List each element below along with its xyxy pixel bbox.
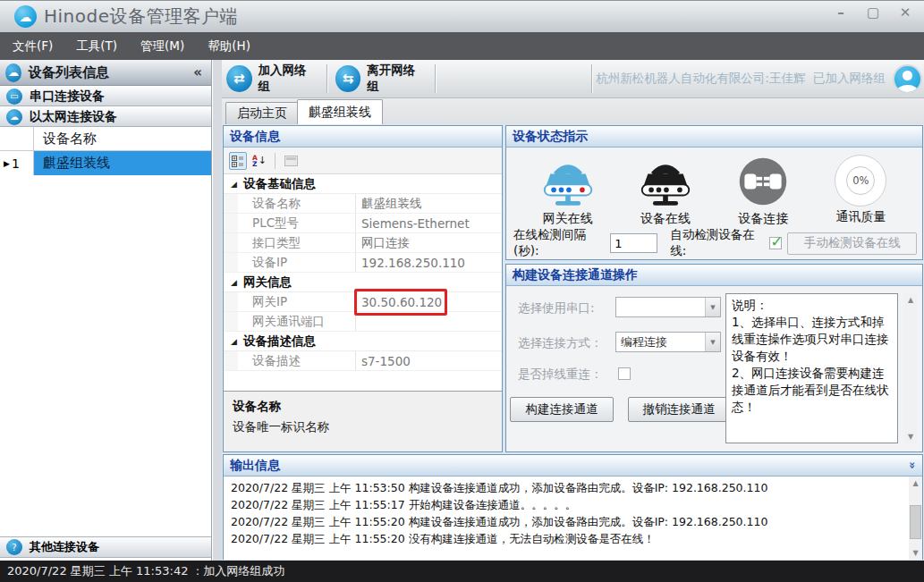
join-network-button[interactable]: ⇄ 加入网络组 <box>222 60 323 97</box>
row-number-cell: ▶ 1 <box>0 151 34 175</box>
property-row-device-description[interactable]: 设备描述 s7-1500 <box>224 351 502 371</box>
property-row-interface-type[interactable]: 接口类型 网口连接 <box>224 233 502 253</box>
leave-network-button[interactable]: ⇆ 离开网络组 <box>331 60 432 97</box>
device-info-title: 设备信息 <box>230 129 280 145</box>
build-channel-button[interactable]: 构建连接通道 <box>510 397 614 422</box>
output-panel: 输出信息 » 2020/7/22 星期三 上午 11:53:50 构建设备连接通… <box>223 454 923 560</box>
tab-strip: 启动主页 麒盛组装线 <box>222 98 924 124</box>
property-grid-toolbar: AZ ↓ <box>224 148 502 174</box>
sidebar-collapse-button[interactable]: « <box>193 64 202 80</box>
property-row-device-name[interactable]: 设备名称 麒盛组装线 <box>224 194 502 214</box>
tab-device[interactable]: 麒盛组装线 <box>297 99 383 124</box>
property-row-plc-model[interactable]: PLC型号 Siemens-Ethernet <box>224 214 502 233</box>
serial-select-value <box>616 298 705 316</box>
reconnect-checkbox[interactable] <box>618 367 631 380</box>
property-help-box: 设备名称 设备唯一标识名称 <box>224 391 502 451</box>
device-row-selected[interactable]: ▶ 1 麒盛组装线 <box>0 151 211 175</box>
revoke-channel-button[interactable]: 撤销连接通道 <box>628 397 730 422</box>
window-controls: – ▢ ✕ <box>831 4 920 21</box>
user-network-status: 杭州新松机器人自动化有限公司:王佳辉 已加入网络组 <box>596 71 886 87</box>
log-line: 2020/7/22 星期三 上午 11:55:20 没有构建连接通道，无法自动检… <box>231 530 915 547</box>
property-pages-icon[interactable] <box>282 152 300 170</box>
output-scrollbar[interactable]: ▲ ▼ <box>909 477 922 560</box>
scroll-up-icon[interactable]: ▲ <box>908 293 913 307</box>
indicator-gateway-online: 网关在线 <box>523 155 613 227</box>
categorized-view-icon[interactable] <box>229 152 247 170</box>
expand-triangle-icon: ◢ <box>231 180 237 189</box>
dropdown-arrow-icon[interactable]: ▼ <box>705 333 720 351</box>
sidebar-group-ethernet[interactable]: ☁ 以太网连接设备 <box>0 106 211 127</box>
output-collapse-icon[interactable]: » <box>905 461 919 468</box>
join-network-icon: ⇄ <box>226 65 252 92</box>
comm-quality-value: 0% <box>846 166 875 195</box>
alphabetical-sort-icon[interactable]: AZ ↓ <box>250 152 268 170</box>
category-label: 设备描述信息 <box>243 333 316 350</box>
help-text: 设备唯一标识名称 <box>233 419 329 434</box>
scroll-down-icon[interactable]: ▼ <box>909 546 922 560</box>
app-logo-icon: ☁ <box>14 5 37 28</box>
sidebar-group-serial[interactable]: ▭ 串口连接设备 <box>0 86 211 106</box>
user-avatar-icon[interactable] <box>893 64 922 94</box>
maximize-button[interactable]: ▢ <box>863 4 883 21</box>
menu-item-file[interactable]: 文件(F) <box>13 38 53 55</box>
interval-input[interactable] <box>610 233 657 253</box>
cloud-icon: ☁ <box>20 10 32 24</box>
note-line: 2、网口连接设备需要构建连接通道后才能看到是否在线状态！ <box>732 365 892 416</box>
leave-network-icon: ⇆ <box>335 65 361 92</box>
category-gateway[interactable]: ◢ 网关信息 <box>224 273 502 292</box>
device-table: 设备名称 ▶ 1 麒盛组装线 <box>0 127 211 175</box>
property-row-gateway-port[interactable]: 网关通讯端口 <box>224 312 502 332</box>
category-label: 网关信息 <box>243 274 292 291</box>
manual-detect-button[interactable]: 手动检测设备在线 <box>787 232 917 255</box>
menu-item-tools[interactable]: 工具(T) <box>76 38 117 55</box>
scrollbar-thumb[interactable] <box>910 505 921 539</box>
device-status-panel: 设备状态指示 <box>505 125 923 260</box>
channel-operations-panel: 构建设备连接通道操作 选择使用串口: ▼ 选择连接方式： 编程连接 ▼ 是否掉线… <box>505 264 923 452</box>
menu-item-help[interactable]: 帮助(H) <box>208 38 250 55</box>
gateway-online-icon <box>541 155 595 208</box>
instruction-note-box: 说明： 1、选择串口、连接方式和掉线重连操作选项只对串口连接设备有效！ 2、网口… <box>725 293 898 443</box>
auto-detect-checkbox[interactable] <box>769 237 782 249</box>
category-device-basic[interactable]: ◢ 设备基础信息 <box>224 174 502 194</box>
connect-mode-combo[interactable]: 编程连接 ▼ <box>615 332 721 352</box>
note-scrollbar[interactable]: ▲ ▼ <box>904 293 917 443</box>
detect-settings-row: 在线检测间隔(秒): 自动检测设备在线: 手动检测设备在线 <box>513 232 917 255</box>
sidebar-group-other[interactable]: ? 其他连接设备 <box>0 536 211 558</box>
property-grid: ◢ 设备基础信息 设备名称 麒盛组装线 PLC型号 Siemens-Ethern… <box>224 174 502 371</box>
status-indicators: 网关在线 设备在线 <box>506 148 922 227</box>
toolbar-separator <box>591 64 592 93</box>
menu-item-manage[interactable]: 管理(M) <box>140 38 184 55</box>
sidebar-title: 设备列表信息 <box>29 64 109 81</box>
property-row-gateway-ip[interactable]: 网关IP 30.50.60.120 <box>224 292 502 312</box>
dropdown-arrow-icon[interactable]: ▼ <box>705 298 720 316</box>
device-table-header: 设备名称 <box>0 127 211 151</box>
scroll-up-icon[interactable]: ▲ <box>909 477 922 490</box>
network-toolbar: ⇄ 加入网络组 ⇆ 离开网络组 杭州新松机器人自动化有限公司:王佳辉 已加入网络… <box>222 60 924 98</box>
expand-triangle-icon: ◢ <box>231 337 237 346</box>
serial-select-label: 选择使用串口: <box>518 300 595 316</box>
sidebar-group-ethernet-label: 以太网连接设备 <box>30 109 117 125</box>
close-button[interactable]: ✕ <box>895 4 915 21</box>
tab-home[interactable]: 启动主页 <box>225 102 299 124</box>
minimize-button[interactable]: – <box>831 4 851 21</box>
sidebar-splitter[interactable] <box>213 60 222 561</box>
serial-select-combo[interactable]: ▼ <box>615 297 721 317</box>
status-bar: 2020/7/22 星期三 上午 11:53:42 : 加入网络组成功 <box>0 561 924 582</box>
note-line: 说明： <box>732 297 892 314</box>
log-line: 2020/7/22 星期三 上午 11:53:50 构建设备连接通道成功，添加设… <box>231 479 915 496</box>
interval-label: 在线检测间隔(秒): <box>513 227 605 259</box>
sidebar-group-serial-label: 串口连接设备 <box>30 89 105 105</box>
join-network-label: 加入网络组 <box>259 63 316 95</box>
indicator-comm-quality: 0% 通讯质量 <box>816 155 905 227</box>
category-device-description[interactable]: ◢ 设备描述信息 <box>224 332 502 351</box>
connect-mode-value: 编程连接 <box>616 333 705 351</box>
property-row-device-ip[interactable]: 设备IP 192.168.250.110 <box>224 253 502 273</box>
other-devices-icon: ? <box>6 539 22 555</box>
device-list-icon: ☁ <box>5 63 21 82</box>
log-line: 2020/7/22 星期三 上午 11:55:17 开始构建设备连接通道。。。。… <box>231 496 915 513</box>
device-online-icon <box>639 155 692 208</box>
status-message: 2020/7/22 星期三 上午 11:53:42 : 加入网络组成功 <box>7 563 284 579</box>
device-info-panel: 设备信息 <box>223 125 503 452</box>
scroll-down-icon[interactable]: ▼ <box>908 430 913 443</box>
menu-bar: 文件(F) 工具(T) 管理(M) 帮助(H) <box>0 32 924 60</box>
